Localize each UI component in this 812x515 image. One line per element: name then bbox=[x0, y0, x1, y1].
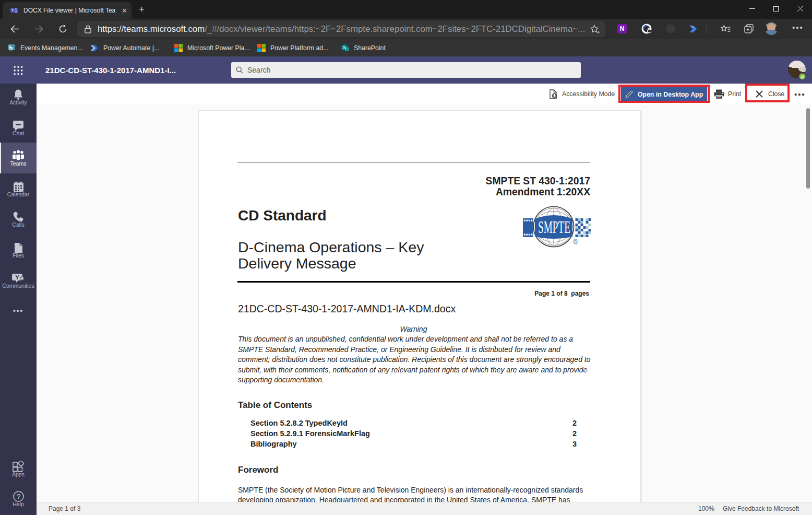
svg-text:S: S bbox=[343, 44, 346, 50]
svg-text:Y: Y bbox=[15, 274, 19, 280]
svg-text:R: R bbox=[574, 240, 577, 244]
svg-text:?: ? bbox=[16, 493, 20, 500]
svg-text:SMPTE: SMPTE bbox=[538, 217, 570, 237]
svg-text:T: T bbox=[11, 8, 14, 12]
